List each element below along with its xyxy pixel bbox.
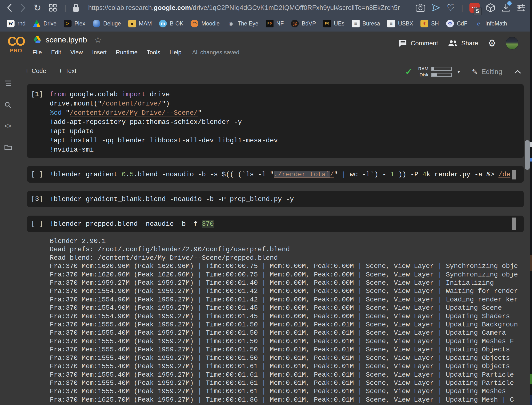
bookmark-item[interactable]: m B-OK bbox=[159, 20, 183, 27]
forward-button[interactable] bbox=[20, 3, 26, 13]
code-editor[interactable]: from google.colab import drivedrive.moun… bbox=[50, 84, 524, 154]
share-button[interactable]: Share bbox=[448, 40, 478, 47]
toolbar-divider: | bbox=[461, 4, 463, 12]
code-line[interactable]: !apt update bbox=[50, 127, 524, 136]
disk-usage-bar bbox=[431, 73, 452, 77]
collapse-toolbar-chevron[interactable] bbox=[514, 70, 521, 74]
back-button[interactable] bbox=[6, 3, 13, 13]
comment-icon bbox=[399, 39, 407, 47]
reload-button[interactable]: ↻ bbox=[33, 3, 41, 12]
bookmark-item[interactable]: e InfoMath bbox=[475, 20, 507, 27]
bookmark-item[interactable]: @ BdVP bbox=[291, 20, 316, 27]
mam-icon: ● bbox=[128, 20, 136, 27]
bookmark-item[interactable]: F6 UEs bbox=[323, 20, 344, 27]
execution-count[interactable]: [1] bbox=[31, 90, 43, 98]
eye-icon: ◉ bbox=[227, 20, 235, 27]
code-cell-4[interactable]: [ ] !blender prepped.blend -noaudio -b -… bbox=[27, 216, 524, 232]
table-of-contents-icon[interactable] bbox=[4, 80, 12, 86]
code-line[interactable]: !blender prepped.blend -noaudio -b -f 37… bbox=[50, 219, 524, 229]
url-domain: google.com bbox=[154, 4, 191, 11]
tab-overview-icon[interactable] bbox=[48, 3, 57, 12]
wikipedia-icon: W bbox=[7, 20, 15, 27]
screenshot-icon[interactable] bbox=[416, 4, 425, 12]
password-extension-icon[interactable]: ••• 5 bbox=[469, 3, 480, 13]
output-line: Read prefs: /root/.config/blender/2.90/c… bbox=[50, 245, 524, 254]
menu-edit[interactable]: Edit bbox=[51, 49, 61, 56]
downloads-icon[interactable] bbox=[501, 3, 510, 12]
ues-icon: F6 bbox=[323, 20, 331, 27]
bookmark-item[interactable]: Deluge bbox=[93, 20, 121, 27]
add-text-button[interactable]: +Text bbox=[59, 67, 76, 74]
code-editor[interactable]: !blender prepped.blend -noaudio -b -f 37… bbox=[50, 216, 524, 229]
colab-pro-logo[interactable]: CO PRO bbox=[6, 35, 26, 54]
cell-output[interactable]: Blender 2.90.1Read prefs: /root/.config/… bbox=[50, 237, 524, 405]
code-snippets-icon[interactable]: <> bbox=[4, 123, 11, 130]
bookmark-item[interactable]: ≡ USBX bbox=[387, 20, 413, 27]
code-line[interactable]: %cd "/content/drive/My Drive/--Scene/" bbox=[50, 108, 524, 118]
toolbar-divider: | bbox=[64, 4, 66, 12]
bookmark-item[interactable]: ≡ Buresa bbox=[352, 20, 380, 27]
code-line[interactable]: !blender gradient_blank.blend -noaudio -… bbox=[50, 195, 524, 204]
infomath-icon: e bbox=[475, 20, 482, 27]
bookmark-item[interactable]: ● MAM bbox=[128, 20, 152, 27]
star-icon[interactable]: ☆ bbox=[94, 35, 102, 45]
resource-dropdown-arrow[interactable]: ▾ bbox=[458, 69, 460, 75]
favorites-heart-icon[interactable]: ♡ bbox=[447, 2, 455, 13]
bookmark-item[interactable]: ◠ Moodle bbox=[191, 20, 219, 27]
output-line: Read blend: /content/drive/My Drive/--Sc… bbox=[50, 254, 524, 262]
menu-runtime[interactable]: Runtime bbox=[116, 49, 137, 56]
comment-button[interactable]: Comment bbox=[399, 39, 438, 47]
code-line[interactable]: !add-apt-repository ppa:thomas-schiex/bl… bbox=[50, 118, 524, 127]
code-line[interactable]: !nvidia-smi bbox=[50, 145, 524, 154]
extension-cube-icon[interactable] bbox=[486, 3, 495, 13]
bookmarks-overflow-chevron[interactable]: » bbox=[517, 3, 521, 11]
menu-tools[interactable]: Tools bbox=[147, 49, 160, 56]
bookmark-item[interactable]: > Plex bbox=[64, 20, 85, 27]
autosave-status[interactable]: All changes saved bbox=[192, 49, 239, 56]
output-line: Blender 2.90.1 bbox=[50, 237, 524, 245]
code-editor[interactable]: !blender gradient_0.5.blend -noaudio -b … bbox=[50, 166, 524, 179]
share-people-icon bbox=[448, 40, 458, 47]
execution-count[interactable]: [ ] bbox=[31, 170, 43, 178]
send-icon[interactable] bbox=[432, 4, 440, 12]
bdvp-icon: @ bbox=[291, 20, 299, 27]
menu-view[interactable]: View bbox=[70, 49, 83, 56]
bookmark-item[interactable]: F6 NF bbox=[266, 20, 284, 27]
resource-monitor[interactable]: RAM Disk bbox=[418, 66, 452, 77]
execution-count[interactable]: [ ] bbox=[31, 220, 43, 227]
menu-insert[interactable]: Insert bbox=[92, 49, 107, 56]
search-icon[interactable] bbox=[4, 101, 12, 109]
add-code-button[interactable]: +Code bbox=[25, 67, 46, 74]
files-icon[interactable] bbox=[4, 144, 12, 150]
code-line[interactable]: !apt install -qq blender libboost-all-de… bbox=[50, 136, 524, 145]
bookmark-item[interactable]: W rnd bbox=[7, 20, 25, 27]
sliver-fragment bbox=[530, 395, 532, 405]
bookmark-item[interactable]: Drive bbox=[33, 20, 56, 27]
code-line[interactable]: !blender gradient_0.5.blend -noaudio -b … bbox=[50, 170, 524, 179]
bookmark-item[interactable]: ✶ SH bbox=[420, 20, 439, 27]
menu-help[interactable]: Help bbox=[169, 49, 181, 56]
code-line[interactable]: drive.mount("/content/drive/") bbox=[50, 99, 524, 108]
account-avatar[interactable] bbox=[506, 37, 518, 49]
code-editor[interactable]: !blender gradient_blank.blend -noaudio -… bbox=[50, 191, 524, 204]
address-bar[interactable]: https://colab.research.google.com/drive/… bbox=[88, 4, 400, 12]
ram-label: RAM bbox=[418, 66, 428, 71]
page-icon: ≡ bbox=[352, 20, 360, 27]
code-cell-3[interactable]: [3] !blender gradient_blank.blend -noaud… bbox=[27, 191, 524, 207]
toolbar-divider bbox=[508, 66, 508, 77]
editing-label: Editing bbox=[481, 68, 502, 76]
bookmark-item[interactable]: ◉ The Eye bbox=[227, 20, 258, 27]
menu-file[interactable]: File bbox=[32, 49, 42, 56]
bookmark-item[interactable]: ♔ CdF bbox=[446, 20, 467, 27]
editing-mode-button[interactable]: ✎ Editing bbox=[472, 68, 502, 76]
code-line[interactable]: from google.colab import drive bbox=[50, 90, 524, 99]
cell-scrollbar-thumb[interactable] bbox=[512, 218, 516, 230]
notebook-title[interactable]: scene.ipynb bbox=[46, 35, 87, 44]
page-scrollbar-thumb[interactable] bbox=[525, 140, 530, 170]
settings-gear-icon[interactable]: ⚙ bbox=[488, 38, 496, 49]
cell-scrollbar-thumb[interactable] bbox=[512, 170, 516, 179]
execution-count[interactable]: [3] bbox=[31, 195, 43, 203]
output-line: Fra:370 Mem:1555.40M (Peak 1959.27M) | T… bbox=[50, 362, 524, 371]
code-cell-1[interactable]: [1] from google.colab import drivedrive.… bbox=[27, 84, 524, 158]
code-cell-2[interactable]: [ ] !blender gradient_0.5.blend -noaudio… bbox=[27, 166, 524, 183]
